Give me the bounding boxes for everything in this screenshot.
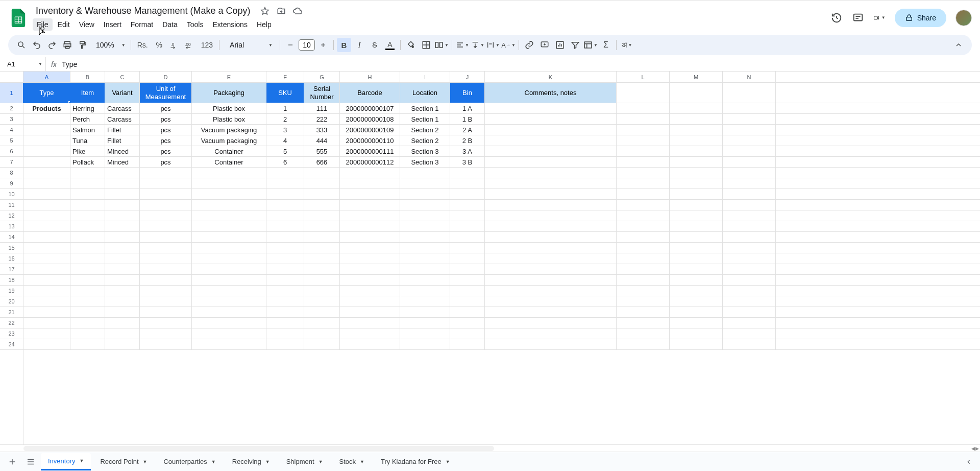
cell[interactable]	[340, 275, 400, 285]
cell[interactable]	[450, 296, 485, 307]
cell[interactable]	[670, 103, 723, 113]
cell[interactable]	[723, 114, 776, 124]
cell[interactable]	[617, 307, 670, 317]
cell[interactable]	[485, 135, 617, 146]
cell[interactable]	[485, 103, 617, 113]
cell[interactable]	[70, 221, 105, 231]
cell[interactable]	[192, 264, 266, 274]
cell[interactable]	[617, 243, 670, 253]
cell[interactable]	[670, 146, 723, 156]
cell[interactable]	[266, 178, 304, 189]
cell[interactable]	[617, 83, 670, 103]
cell[interactable]: pcs	[140, 146, 192, 156]
cell[interactable]	[485, 264, 617, 274]
cell[interactable]	[140, 339, 192, 349]
cloud-status-icon[interactable]	[292, 6, 303, 16]
cell[interactable]: 1 B	[450, 114, 485, 124]
cell[interactable]	[670, 275, 723, 285]
cell[interactable]	[266, 232, 304, 242]
cell[interactable]	[450, 189, 485, 199]
cell[interactable]	[304, 286, 340, 296]
cell[interactable]	[723, 296, 776, 307]
cell[interactable]: Section 3	[400, 146, 450, 156]
cell[interactable]: Type	[23, 83, 70, 103]
cell[interactable]	[105, 178, 140, 189]
meet-button[interactable]: ▼	[873, 12, 886, 24]
cell[interactable]	[192, 339, 266, 349]
cell[interactable]	[670, 114, 723, 124]
cell[interactable]	[340, 168, 400, 178]
filter-views-button[interactable]: ▼	[583, 38, 598, 52]
explore-collapse-icon[interactable]	[962, 455, 976, 469]
cell[interactable]	[670, 318, 723, 328]
cell[interactable]	[70, 232, 105, 242]
italic-button[interactable]: I	[352, 38, 366, 52]
column-header-L[interactable]: L	[617, 72, 670, 82]
cell[interactable]	[400, 328, 450, 339]
cell[interactable]	[670, 286, 723, 296]
cell[interactable]	[266, 307, 304, 317]
cell[interactable]	[266, 296, 304, 307]
row-header[interactable]: 24	[0, 339, 23, 350]
cell[interactable]	[266, 243, 304, 253]
vertical-align-button[interactable]: ▼	[471, 38, 485, 52]
horizontal-align-button[interactable]: ▼	[455, 38, 470, 52]
cell[interactable]	[617, 264, 670, 274]
cell[interactable]	[400, 275, 450, 285]
cell[interactable]	[23, 168, 70, 178]
menu-data[interactable]: Data	[158, 18, 182, 31]
menu-view[interactable]: View	[75, 18, 99, 31]
cell[interactable]	[266, 264, 304, 274]
document-title[interactable]: Inventory & Warehouse Management (Make a…	[33, 5, 254, 17]
cell[interactable]	[723, 243, 776, 253]
cell[interactable]	[140, 210, 192, 221]
cell[interactable]	[23, 253, 70, 264]
more-formats[interactable]: 123	[198, 38, 216, 52]
cell[interactable]	[23, 221, 70, 231]
cell[interactable]	[485, 296, 617, 307]
cell[interactable]: pcs	[140, 157, 192, 167]
filter-icon[interactable]	[568, 38, 582, 52]
formula-input[interactable]	[62, 60, 976, 68]
cell[interactable]	[617, 146, 670, 156]
cell[interactable]	[617, 103, 670, 113]
cell[interactable]	[304, 243, 340, 253]
cell[interactable]	[304, 318, 340, 328]
cell[interactable]	[140, 264, 192, 274]
cell[interactable]	[140, 168, 192, 178]
cell[interactable]	[192, 178, 266, 189]
cell[interactable]: 2000000000107	[340, 103, 400, 113]
sheet-tab[interactable]: Receiving▼	[225, 453, 277, 470]
cell[interactable]	[723, 339, 776, 349]
cell[interactable]	[23, 243, 70, 253]
cell[interactable]: 2000000000110	[340, 135, 400, 146]
cell[interactable]	[23, 339, 70, 349]
cell[interactable]	[617, 210, 670, 221]
cell[interactable]	[105, 189, 140, 199]
row-header[interactable]: 14	[0, 232, 23, 243]
cell[interactable]	[670, 243, 723, 253]
cell[interactable]	[140, 296, 192, 307]
cell[interactable]	[70, 328, 105, 339]
cell[interactable]	[192, 168, 266, 178]
cell[interactable]	[192, 189, 266, 199]
column-header-J[interactable]: J	[450, 72, 485, 82]
cell[interactable]: 2	[266, 114, 304, 124]
cell[interactable]	[105, 318, 140, 328]
cell[interactable]	[400, 243, 450, 253]
cell[interactable]	[340, 178, 400, 189]
cell[interactable]	[617, 296, 670, 307]
cell[interactable]	[670, 253, 723, 264]
cell[interactable]	[485, 157, 617, 167]
undo-icon[interactable]	[30, 38, 44, 52]
cell[interactable]	[70, 264, 105, 274]
cell[interactable]	[670, 125, 723, 135]
column-header-I[interactable]: I	[400, 72, 450, 82]
cell[interactable]	[450, 286, 485, 296]
cell[interactable]: Bin	[450, 83, 485, 103]
cell[interactable]	[485, 275, 617, 285]
cell[interactable]: Comments, notes	[485, 83, 617, 103]
cell[interactable]: 2000000000109	[340, 125, 400, 135]
cell[interactable]	[266, 286, 304, 296]
cell[interactable]	[105, 221, 140, 231]
